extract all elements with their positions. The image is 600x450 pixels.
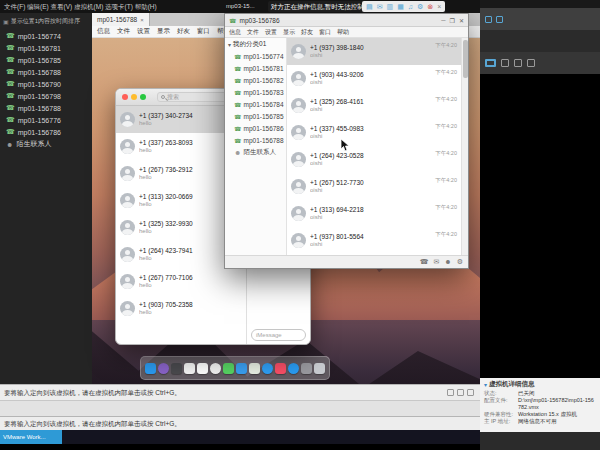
menu-item[interactable]: 好友 bbox=[301, 28, 313, 37]
sidebar-item-phone[interactable]: ☎ mp01-156785 bbox=[0, 54, 92, 66]
tree-item-phone[interactable]: ☎ mp01-156774 bbox=[225, 50, 286, 62]
dock-app-icon[interactable] bbox=[184, 363, 195, 374]
statusbar-icon[interactable]: ☎ bbox=[420, 258, 429, 266]
tree-item-phone[interactable]: ☎ mp01-156781 bbox=[225, 62, 286, 74]
vm-screen-powered-off[interactable] bbox=[480, 74, 600, 378]
remote-toolbar-icon[interactable]: ✉ bbox=[377, 1, 383, 12]
scrollbar[interactable] bbox=[461, 38, 468, 255]
vmware-menu-bar[interactable]: 文件(F) 编辑(E) 查看(V) 虚拟机(M) 选项卡(T) 帮助(H) bbox=[4, 0, 157, 13]
fullscreen-icon[interactable] bbox=[514, 59, 522, 67]
device-icon[interactable] bbox=[457, 389, 464, 396]
tab-mp01-156788[interactable]: mp01-156788 × bbox=[92, 13, 150, 26]
message-row[interactable]: +1 (903) 443-9206 oishi 下午4:20 bbox=[287, 65, 461, 92]
message-input[interactable]: iMessage bbox=[251, 329, 306, 341]
unity-icon[interactable] bbox=[527, 59, 535, 67]
statusbar-icon[interactable]: ☻ bbox=[444, 258, 451, 266]
dock-app-icon[interactable] bbox=[314, 363, 325, 374]
message-row[interactable]: +1 (264) 423-0528 oishi 下午4:20 bbox=[287, 146, 461, 173]
window-control-icon[interactable]: ─ bbox=[441, 17, 445, 24]
menu-item[interactable]: 帮助 bbox=[337, 28, 349, 37]
vmware-right-panel: ▾ 虚拟机详细信息 状态: 已关闭 配置文件: D:\xnj\mp01-1567… bbox=[480, 0, 600, 450]
menu-item[interactable]: 显示 bbox=[283, 28, 295, 37]
chevron-down-icon[interactable]: ▾ bbox=[228, 41, 231, 48]
traffic-light-button[interactable] bbox=[140, 94, 146, 100]
message-row[interactable]: +1 (337) 455-0983 oishi 下午4:20 bbox=[287, 119, 461, 146]
statusbar-icon[interactable]: ✉ bbox=[433, 258, 439, 266]
dock-app-icon[interactable] bbox=[301, 363, 312, 374]
chevron-down-icon[interactable]: ▾ bbox=[484, 381, 487, 388]
message-row[interactable]: +1 (937) 801-5564 oishi 下午4:20 bbox=[287, 227, 461, 254]
message-row[interactable]: +1 (267) 512-7730 oishi 下午4:20 bbox=[287, 173, 461, 200]
window-control-icon[interactable]: ✕ bbox=[459, 17, 464, 24]
dock-app-icon[interactable] bbox=[249, 363, 260, 374]
dock-app-icon[interactable] bbox=[145, 363, 156, 374]
sidebar-item-phone[interactable]: ☎ mp01-156788 bbox=[0, 66, 92, 78]
library-icon[interactable] bbox=[485, 16, 492, 23]
dock-app-icon[interactable] bbox=[210, 363, 221, 374]
menu-item[interactable]: 好友 bbox=[177, 27, 190, 36]
menu-item[interactable]: 设置 bbox=[137, 27, 150, 36]
menu-item[interactable]: 文件 bbox=[117, 27, 130, 36]
device-icon[interactable] bbox=[467, 389, 474, 396]
remote-toolbar-icon[interactable]: ♫ bbox=[408, 1, 413, 12]
tree-item-phone[interactable]: ☎ mp01-156785 bbox=[225, 110, 286, 122]
traffic-light-button[interactable] bbox=[122, 94, 128, 100]
window2-titlebar[interactable]: ☎ mp03-156786 ─❐✕ bbox=[225, 14, 468, 27]
dock-app-icon[interactable] bbox=[236, 363, 247, 374]
menu-item[interactable]: 设置 bbox=[265, 28, 277, 37]
sidebar-item-strangers[interactable]: ☻ 陌生联系人 bbox=[0, 138, 92, 150]
tree-item-phone[interactable]: ☎ mp01-156783 bbox=[225, 86, 286, 98]
tree-item-phone[interactable]: ☎ mp01-156782 bbox=[225, 74, 286, 86]
sidebar-header[interactable]: ▣ 显示位置1内容按时间排序 bbox=[0, 13, 92, 30]
remote-toolbar-icon[interactable]: ▤ bbox=[366, 1, 373, 12]
remote-toolbar-icon[interactable]: × bbox=[437, 1, 441, 12]
tree-item-phone[interactable]: ☎ mp01-156784 bbox=[225, 98, 286, 110]
snapshot-icon[interactable] bbox=[501, 59, 509, 67]
tree-item-phone[interactable]: ☎ mp01-156788 bbox=[225, 134, 286, 146]
sidebar-item-phone[interactable]: ☎ mp01-156798 bbox=[0, 90, 92, 102]
traffic-light-button[interactable] bbox=[131, 94, 137, 100]
search-icon bbox=[161, 95, 165, 99]
vm-details-header[interactable]: ▾ 虚拟机详细信息 bbox=[484, 380, 596, 389]
dock-app-icon[interactable] bbox=[171, 363, 182, 374]
sidebar-item-phone[interactable]: ☎ mp01-156788 bbox=[0, 102, 92, 114]
dock-app-icon[interactable] bbox=[288, 363, 299, 374]
console-view-icon[interactable] bbox=[485, 59, 496, 67]
tree-root-category[interactable]: ▾ 我的分类01 bbox=[225, 38, 286, 50]
tabs-icon[interactable] bbox=[496, 16, 503, 23]
sidebar-item-phone[interactable]: ☎ mp01-156790 bbox=[0, 78, 92, 90]
sidebar-item-phone[interactable]: ☎ mp01-156781 bbox=[0, 42, 92, 54]
dock-app-icon[interactable] bbox=[223, 363, 234, 374]
conversation-row[interactable]: +1 (267) 770-7106 hello bbox=[116, 268, 246, 295]
tab-mp03[interactable]: mp03-15... bbox=[226, 0, 255, 13]
tree-item-phone[interactable]: ☎ mp01-156786 bbox=[225, 122, 286, 134]
window-control-icon[interactable]: ❐ bbox=[450, 17, 455, 24]
statusbar-icon[interactable]: ⚙ bbox=[457, 258, 463, 266]
message-row[interactable]: +1 (937) 398-1840 oishi 下午4:20 bbox=[287, 38, 461, 65]
sidebar-item-phone[interactable]: ☎ mp01-156774 bbox=[0, 30, 92, 42]
scrollbar-thumb[interactable] bbox=[463, 40, 468, 78]
menu-item[interactable]: 窗口 bbox=[319, 28, 331, 37]
remote-toolbar-icon[interactable]: ▦ bbox=[397, 1, 404, 12]
menu-item[interactable]: 文件 bbox=[247, 28, 259, 37]
remote-toolbar-icon[interactable]: ⚙ bbox=[417, 1, 423, 12]
dock-app-icon[interactable] bbox=[197, 363, 208, 374]
menu-item[interactable]: 信息 bbox=[97, 27, 110, 36]
message-row[interactable]: +1 (313) 694-2218 oishi 下午4:20 bbox=[287, 200, 461, 227]
remote-toolbar-icon[interactable]: ▥ bbox=[387, 1, 394, 12]
menu-item[interactable]: 信息 bbox=[229, 28, 241, 37]
menu-item[interactable]: 显示 bbox=[157, 27, 170, 36]
tree-item-strangers[interactable]: ☻ 陌生联系人 bbox=[225, 146, 286, 158]
taskbar-item-vmware[interactable]: VMware Work... bbox=[0, 430, 62, 444]
sidebar-item-phone[interactable]: ☎ mp01-156786 bbox=[0, 126, 92, 138]
conversation-row[interactable]: +1 (903) 705-2358 hello bbox=[116, 295, 246, 322]
remote-toolbar-icon[interactable]: ⊗ bbox=[427, 1, 433, 12]
sidebar-item-phone[interactable]: ☎ mp01-156776 bbox=[0, 114, 92, 126]
dock-app-icon[interactable] bbox=[275, 363, 286, 374]
message-row[interactable]: +1 (325) 268-4161 oishi 下午4:20 bbox=[287, 92, 461, 119]
dock-app-icon[interactable] bbox=[158, 363, 169, 374]
dock-app-icon[interactable] bbox=[262, 363, 273, 374]
menu-item[interactable]: 窗口 bbox=[197, 27, 210, 36]
device-icon[interactable] bbox=[447, 389, 454, 396]
tab-close-icon[interactable]: × bbox=[140, 17, 144, 23]
